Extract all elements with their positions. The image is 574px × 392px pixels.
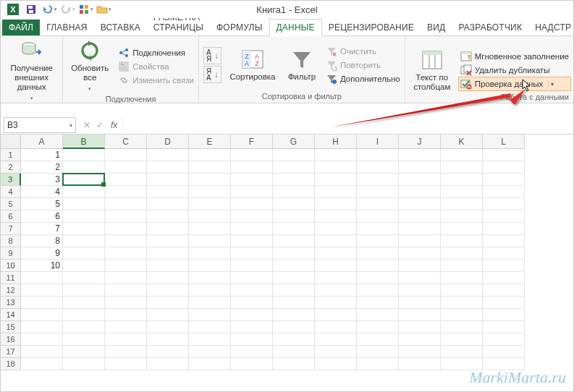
cell-F17[interactable] [231,346,273,358]
cell-K8[interactable] [441,235,483,247]
row-header-15[interactable]: 15 [1,321,21,333]
cell-E17[interactable] [189,346,231,358]
row-header-14[interactable]: 14 [1,309,21,321]
cell-L11[interactable] [483,272,525,284]
cell-B13[interactable] [63,297,105,309]
sort-za-button[interactable]: ЯА↓ [203,66,221,83]
connections-button[interactable]: Подключения [118,47,194,59]
cell-F8[interactable] [231,235,273,247]
cell-H9[interactable] [315,247,357,260]
cell-H8[interactable] [315,235,357,247]
cell-I2[interactable] [357,161,399,174]
cell-L2[interactable] [483,161,525,174]
tab-developer[interactable]: РАЗРАБОТЧИК [452,20,528,35]
cell-L9[interactable] [483,247,525,260]
cell-D8[interactable] [147,235,189,247]
column-header-B[interactable]: B [63,135,105,149]
cell-D15[interactable] [147,321,189,333]
cell-D13[interactable] [147,297,189,309]
cell-C11[interactable] [105,272,147,284]
cell-F1[interactable] [231,149,273,161]
column-header-I[interactable]: I [357,135,399,149]
row-header-2[interactable]: 2 [1,161,21,174]
sort-az-button[interactable]: АЯ↓ [203,47,221,64]
cell-E7[interactable] [189,223,231,235]
cell-B2[interactable] [63,161,105,174]
cell-J11[interactable] [399,272,441,284]
cell-G4[interactable] [273,186,315,198]
cell-K16[interactable] [441,333,483,346]
cell-K10[interactable] [441,260,483,272]
cell-G11[interactable] [273,272,315,284]
cell-J15[interactable] [399,321,441,333]
cell-K1[interactable] [441,149,483,161]
cell-E1[interactable] [189,149,231,161]
cell-F13[interactable] [231,297,273,309]
cell-H12[interactable] [315,284,357,297]
advanced-filter-button[interactable]: Дополнительно [326,73,400,85]
cell-A14[interactable] [21,309,63,321]
cell-F18[interactable] [231,358,273,370]
cell-J10[interactable] [399,260,441,272]
remove-duplicates-button[interactable]: Удалить дубликаты [460,64,569,76]
cell-G16[interactable] [273,333,315,346]
cell-H2[interactable] [315,161,357,174]
data-validation-button[interactable]: Проверка данных ▾ [458,77,571,91]
text-to-columns-button[interactable]: Текст по столбцам [410,48,455,92]
cell-K4[interactable] [441,186,483,198]
cell-L6[interactable] [483,210,525,223]
cell-E15[interactable] [189,321,231,333]
cell-F11[interactable] [231,272,273,284]
row-header-1[interactable]: 1 [1,149,21,161]
cell-J2[interactable] [399,161,441,174]
cell-C8[interactable] [105,235,147,247]
cell-E11[interactable] [189,272,231,284]
cell-J12[interactable] [399,284,441,297]
cell-L5[interactable] [483,198,525,210]
cell-G6[interactable] [273,210,315,223]
column-header-F[interactable]: F [231,135,273,149]
column-header-J[interactable]: J [399,135,441,149]
cell-I5[interactable] [357,198,399,210]
cell-K13[interactable] [441,297,483,309]
tab-formulas[interactable]: ФОРМУЛЫ [210,20,269,35]
cell-H16[interactable] [315,333,357,346]
cell-J5[interactable] [399,198,441,210]
cell-L1[interactable] [483,149,525,161]
undo-icon[interactable]: ▾ [41,1,57,17]
cell-A6[interactable]: 6 [21,210,63,223]
cell-H5[interactable] [315,198,357,210]
cell-J3[interactable] [399,174,441,186]
cell-C1[interactable] [105,149,147,161]
cell-B18[interactable] [63,358,105,370]
cell-C14[interactable] [105,309,147,321]
cell-A13[interactable] [21,297,63,309]
open-folder-icon[interactable]: ▾ [96,1,111,17]
cell-F9[interactable] [231,247,273,260]
cell-J8[interactable] [399,235,441,247]
cell-C9[interactable] [105,247,147,260]
formula-input[interactable] [122,118,573,132]
row-header-6[interactable]: 6 [1,210,21,223]
cell-J1[interactable] [399,149,441,161]
cell-J7[interactable] [399,223,441,235]
cell-L15[interactable] [483,321,525,333]
cell-D12[interactable] [147,284,189,297]
cell-D17[interactable] [147,346,189,358]
redo-icon[interactable]: ▾ [59,1,75,17]
cancel-formula-icon[interactable]: ✕ [83,120,90,130]
cell-L12[interactable] [483,284,525,297]
reapply-filter-button[interactable]: Повторить [326,59,400,71]
cell-F10[interactable] [231,260,273,272]
cell-I13[interactable] [357,297,399,309]
cell-A5[interactable]: 5 [21,198,63,210]
cell-D1[interactable] [147,149,189,161]
cell-G10[interactable] [273,260,315,272]
name-box-dropdown-icon[interactable]: ▾ [69,122,72,129]
cell-G8[interactable] [273,235,315,247]
cell-A1[interactable]: 1 [21,149,63,161]
cell-D10[interactable] [147,260,189,272]
cell-C17[interactable] [105,346,147,358]
cell-J9[interactable] [399,247,441,260]
cell-D3[interactable] [147,174,189,186]
